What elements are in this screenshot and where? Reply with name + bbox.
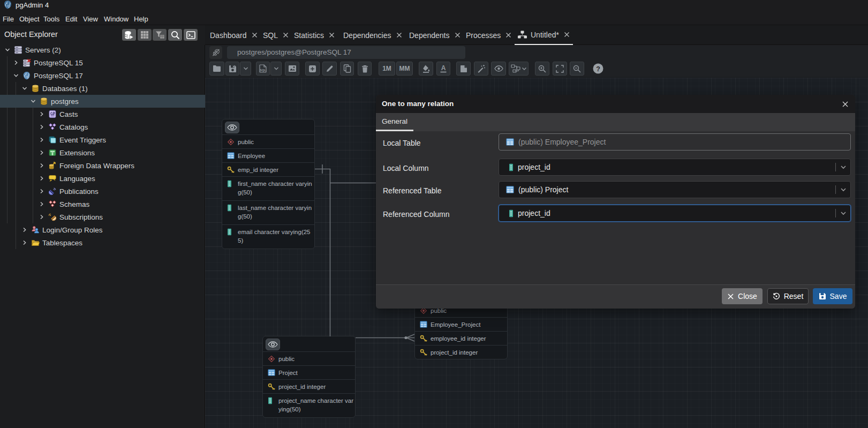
svg-text:?: ? [596, 65, 600, 73]
svg-text:SQL: SQL [260, 69, 266, 72]
svg-text:A: A [441, 64, 446, 72]
